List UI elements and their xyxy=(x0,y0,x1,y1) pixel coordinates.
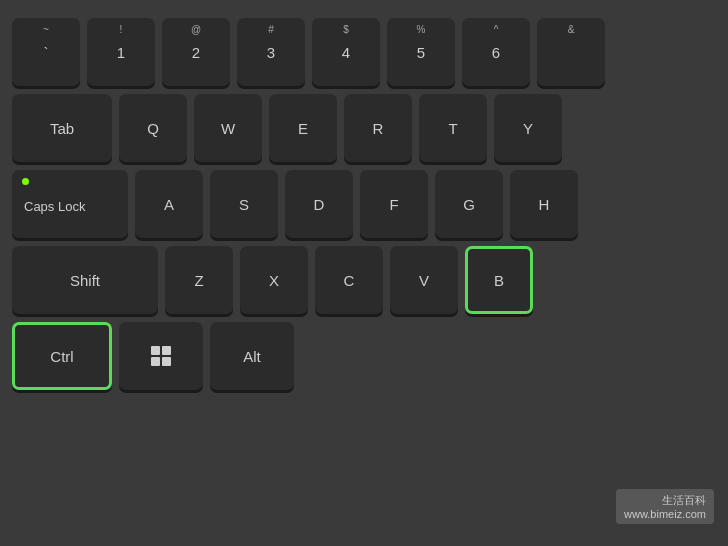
key-tilde[interactable]: ~ ` xyxy=(12,18,80,86)
row-qwerty: Tab Q W E R T Y xyxy=(12,94,716,162)
key-4[interactable]: $ 4 xyxy=(312,18,380,86)
key-r[interactable]: R xyxy=(344,94,412,162)
key-x[interactable]: X xyxy=(240,246,308,314)
key-w[interactable]: W xyxy=(194,94,262,162)
watermark-line2: www.bimeiz.com xyxy=(624,508,706,520)
row-number: ~ ` ! 1 @ 2 # 3 $ 4 % 5 xyxy=(12,18,716,86)
key-s[interactable]: S xyxy=(210,170,278,238)
key-z[interactable]: Z xyxy=(165,246,233,314)
key-tab[interactable]: Tab xyxy=(12,94,112,162)
key-5[interactable]: % 5 xyxy=(387,18,455,86)
key-t[interactable]: T xyxy=(419,94,487,162)
key-q[interactable]: Q xyxy=(119,94,187,162)
key-g[interactable]: G xyxy=(435,170,503,238)
key-2[interactable]: @ 2 xyxy=(162,18,230,86)
key-capslock[interactable]: Caps Lock xyxy=(12,170,128,238)
key-h[interactable]: H xyxy=(510,170,578,238)
key-c[interactable]: C xyxy=(315,246,383,314)
key-6[interactable]: ^ 6 xyxy=(462,18,530,86)
key-win[interactable] xyxy=(119,322,203,390)
key-3[interactable]: # 3 xyxy=(237,18,305,86)
row-asdf: Caps Lock A S D F G H xyxy=(12,170,716,238)
key-y[interactable]: Y xyxy=(494,94,562,162)
key-a[interactable]: A xyxy=(135,170,203,238)
row-zxcv: Shift Z X C V B xyxy=(12,246,716,314)
key-ampersand[interactable]: & xyxy=(537,18,605,86)
keyboard-container: ~ ` ! 1 @ 2 # 3 $ 4 % 5 xyxy=(0,0,728,546)
key-d[interactable]: D xyxy=(285,170,353,238)
key-shift[interactable]: Shift xyxy=(12,246,158,314)
key-1[interactable]: ! 1 xyxy=(87,18,155,86)
key-ctrl[interactable]: Ctrl xyxy=(12,322,112,390)
key-f[interactable]: F xyxy=(360,170,428,238)
key-b[interactable]: B xyxy=(465,246,533,314)
capslock-indicator xyxy=(22,178,29,185)
key-e[interactable]: E xyxy=(269,94,337,162)
windows-logo-icon xyxy=(151,346,171,366)
watermark: 生活百科 www.bimeiz.com xyxy=(616,489,714,524)
row-ctrl: Ctrl Alt xyxy=(12,322,716,390)
watermark-line1: 生活百科 xyxy=(624,493,706,508)
key-v[interactable]: V xyxy=(390,246,458,314)
key-alt[interactable]: Alt xyxy=(210,322,294,390)
keyboard: ~ ` ! 1 @ 2 # 3 $ 4 % 5 xyxy=(12,18,716,390)
